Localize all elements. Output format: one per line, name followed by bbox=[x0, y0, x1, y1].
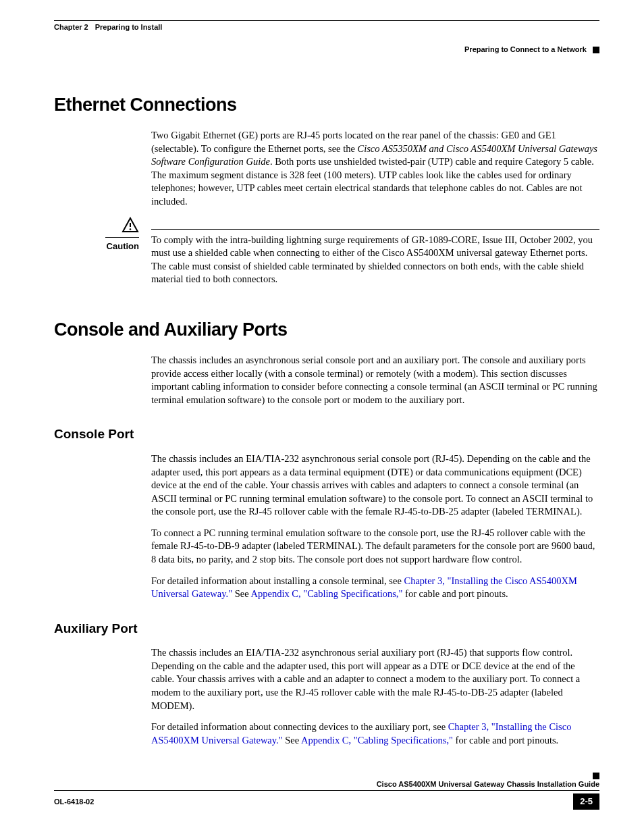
footer-accent-icon bbox=[593, 773, 599, 779]
text: See bbox=[283, 735, 301, 746]
running-header: Chapter 2 Preparing to Install bbox=[54, 22, 599, 32]
paragraph: The chassis includes an asynchronous ser… bbox=[151, 354, 599, 407]
page-number: 2-5 bbox=[573, 793, 599, 810]
page: Chapter 2 Preparing to Install Preparing… bbox=[0, 0, 644, 834]
caution-label: Caution bbox=[54, 240, 139, 253]
text: For detailed information about installin… bbox=[151, 575, 404, 586]
text: for cable and port pinouts. bbox=[453, 735, 558, 746]
paragraph: For detailed information about installin… bbox=[151, 575, 599, 601]
heading-console-aux: Console and Auxiliary Ports bbox=[54, 317, 599, 342]
console-port-body: The chassis includes an EIA/TIA-232 asyn… bbox=[151, 452, 599, 601]
xref-appendix-c[interactable]: Appendix C, "Cabling Specifications," bbox=[301, 735, 453, 746]
footer-doc-number: OL-6418-02 bbox=[54, 797, 94, 807]
xref-appendix-c[interactable]: Appendix C, "Cabling Specifications," bbox=[251, 588, 403, 599]
caution-gutter: Caution bbox=[54, 217, 151, 286]
console-aux-intro: The chassis includes an asynchronous ser… bbox=[151, 354, 599, 407]
chapter-number: Chapter 2 bbox=[54, 22, 88, 32]
page-footer: Cisco AS5400XM Universal Gateway Chassis… bbox=[54, 779, 599, 810]
heading-auxiliary-port: Auxiliary Port bbox=[54, 620, 599, 637]
caution-text: To comply with the intra-building lightn… bbox=[151, 229, 599, 286]
ethernet-body: Two Gigabit Ethernet (GE) ports are RJ-4… bbox=[151, 129, 599, 208]
paragraph: The chassis includes an EIA/TIA-232 asyn… bbox=[151, 452, 599, 519]
heading-console-port: Console Port bbox=[54, 425, 599, 443]
text: for cable and port pinouts. bbox=[402, 588, 508, 599]
caution-block: Caution To comply with the intra-buildin… bbox=[54, 217, 599, 286]
chapter-title: Preparing to Install bbox=[95, 22, 163, 32]
paragraph: For detailed information about connectin… bbox=[151, 721, 599, 747]
text: For detailed information about connectin… bbox=[151, 721, 448, 732]
text: See bbox=[232, 588, 250, 599]
footer-doc-title: Cisco AS5400XM Universal Gateway Chassis… bbox=[54, 779, 599, 791]
paragraph: Two Gigabit Ethernet (GE) ports are RJ-4… bbox=[151, 129, 599, 208]
section-breadcrumb-text: Preparing to Connect to a Network bbox=[464, 45, 587, 53]
paragraph: To connect a PC running terminal emulati… bbox=[151, 527, 599, 567]
section-breadcrumb: Preparing to Connect to a Network bbox=[54, 45, 599, 55]
paragraph: The chassis includes an EIA/TIA-232 asyn… bbox=[151, 646, 599, 712]
heading-ethernet-connections: Ethernet Connections bbox=[54, 93, 599, 117]
warning-icon bbox=[54, 217, 139, 236]
aux-port-body: The chassis includes an EIA/TIA-232 asyn… bbox=[151, 646, 599, 747]
header-rule bbox=[54, 20, 599, 21]
svg-point-1 bbox=[130, 228, 132, 230]
